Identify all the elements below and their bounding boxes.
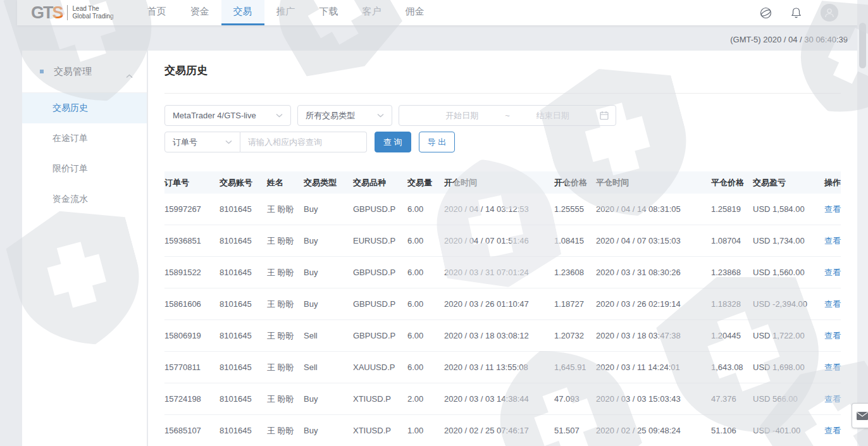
table-cell: 8101645 [220,362,267,372]
table-cell: 1.25555 [554,204,596,214]
table-cell: 2.00 [407,394,444,404]
header-right [741,0,838,25]
column-header: 交易账号 [220,177,267,189]
view-link[interactable]: 查看 [824,331,841,340]
scrollbar-track[interactable] [857,0,868,446]
table-cell: 6.00 [407,362,444,372]
table-cell: 15685107 [164,426,220,435]
view-link[interactable]: 查看 [824,299,841,309]
bell-icon[interactable] [791,7,802,19]
sidebar-items: 交易历史在途订单限价订单资金流水 [22,93,147,214]
message-widget-button[interactable] [852,403,868,428]
table-cell: 8101645 [220,204,267,214]
sidebar-item-1[interactable]: 在途订单 [22,123,147,154]
sidebar-item-2[interactable]: 限价订单 [22,154,147,184]
table-cell: 2020 / 04 / 07 01:51:46 [444,236,554,245]
table-cell: XTIUSD.P [353,394,407,404]
table-cell: USD 566.00 [753,394,824,404]
table-cell: 8101645 [220,299,267,309]
sidebar-item-3[interactable]: 资金流水 [22,184,147,214]
nav-item-1[interactable]: 资金 [178,0,221,25]
table-cell: Buy [304,299,353,309]
nav-item-2[interactable]: 交易 [221,0,264,25]
trade-type-select-value: 所有交易类型 [306,110,355,121]
table-cell: 2020 / 04 / 14 08:31:05 [596,204,711,214]
page-title: 交易历史 [164,51,841,94]
table-cell: USD -401.00 [753,426,824,435]
account-select[interactable]: MetaTrader 4/GTS-live [164,105,291,126]
sidebar-group-trade-management[interactable]: 交易管理 [22,51,147,93]
table-cell: 15997267 [164,204,220,214]
table-cell: EURUSD.P [353,236,407,245]
search-field-select[interactable]: 订单号 [164,132,240,152]
table-cell: 2020 / 03 / 11 14:24:01 [596,362,711,372]
table-cell: USD 1,722.00 [753,331,824,340]
chevron-up-icon [126,70,133,81]
table-cell: USD 1,734.00 [753,236,824,245]
bullet-icon [40,70,44,73]
column-header: 开仓时间 [444,177,554,189]
table-cell: USD 1,584.00 [753,204,824,214]
table-cell: 2020 / 03 / 18 03:47:38 [596,331,711,340]
scrollbar-thumb[interactable] [859,23,866,68]
table-cell: 2020 / 03 / 03 15:03:43 [596,394,711,404]
table-cell: 8101645 [220,426,267,435]
date-range-picker[interactable]: 开始日期 ~ 结束日期 [399,105,616,126]
view-link[interactable]: 查看 [824,394,841,404]
table-cell: 2020 / 03 / 31 07:01:24 [444,268,554,277]
calendar-icon [600,111,609,122]
nav-item-3[interactable]: 推广 [264,0,307,25]
export-button[interactable]: 导 出 [419,132,456,152]
view-link[interactable]: 查看 [824,268,841,277]
table-cell: 王 盼盼 [267,362,304,373]
table-cell: 51.106 [711,426,753,435]
table-row: 159972678101645王 盼盼BuyGBPUSD.P6.002020 /… [164,194,841,225]
table-cell: USD 1,560.00 [753,268,824,277]
action-cell: 查看 [824,267,841,278]
view-link[interactable]: 查看 [824,426,841,435]
table-cell: 2020 / 03 / 03 14:38:44 [444,394,554,404]
column-header: 平仓价格 [711,177,753,189]
table-cell: 2020 / 04 / 14 03:12:53 [444,204,554,214]
table-cell: 王 盼盼 [267,204,304,215]
view-link[interactable]: 查看 [824,204,841,214]
table-cell: 15891522 [164,268,220,277]
search-input[interactable] [240,132,367,152]
trade-type-select[interactable]: 所有交易类型 [297,105,392,126]
column-header: 姓名 [267,177,304,189]
table-cell: XAUUSD.P [353,362,407,372]
table-cell: 15861606 [164,299,220,309]
table-cell: 1.25819 [711,204,753,214]
table-cell: USD 1,698.00 [753,362,824,372]
nav-item-0[interactable]: 首页 [135,0,178,25]
table-row: 157241988101645王 盼盼BuyXTIUSD.P2.002020 /… [164,383,841,415]
sidebar-item-0[interactable]: 交易历史 [22,93,147,123]
table-cell: 1.23868 [711,268,753,277]
column-header: 订单号 [164,177,220,189]
table-cell: 6.00 [407,236,444,245]
table-cell: 王 盼盼 [267,299,304,310]
table-row: 157708118101645王 盼盼SellXAUUSD.P6.002020 … [164,352,841,383]
nav-item-6[interactable]: 佣金 [394,0,437,25]
table-header-row: 订单号交易账号姓名交易类型交易品种交易量开仓时间开仓价格平仓时间平仓价格交易盈亏… [164,171,841,194]
main-panel: 交易历史 MetaTrader 4/GTS-live 所有交易类型 开始日期 ~… [148,51,857,446]
avatar[interactable] [821,4,838,22]
table-cell: 王 盼盼 [267,425,304,437]
table-cell: Buy [304,426,353,435]
table-cell: 王 盼盼 [267,393,304,405]
table-cell: Buy [304,236,353,245]
table-cell: XTIUSD.P [353,426,407,435]
table-cell: 1.20445 [711,331,753,340]
nav-item-5[interactable]: 客户 [350,0,394,25]
table-cell: 15806919 [164,331,220,340]
globe-icon[interactable] [760,7,772,19]
table-cell: 47.093 [554,394,596,404]
table-cell: 王 盼盼 [267,330,304,342]
view-link[interactable]: 查看 [824,236,841,245]
table-cell: Buy [304,394,353,404]
gts-logo[interactable]: GTS Lead The Global Trading [31,0,114,25]
nav-item-4[interactable]: 下载 [307,0,350,25]
query-button[interactable]: 查 询 [375,132,411,152]
table-cell: Sell [304,331,353,340]
view-link[interactable]: 查看 [824,362,841,372]
